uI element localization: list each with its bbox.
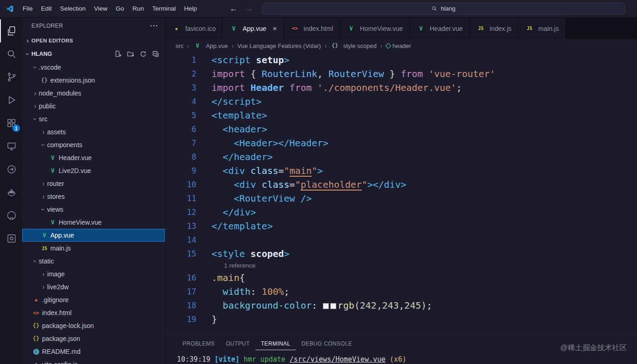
tab-header-vue[interactable]: VHeader.vue — [410, 18, 470, 39]
chevron-down-icon: › — [31, 257, 39, 265]
github-icon — [6, 210, 17, 221]
tree-item-node-modules[interactable]: ›node_modules — [22, 87, 165, 100]
tab-app-vue[interactable]: VApp.vue× — [223, 18, 284, 39]
tree-item-router[interactable]: ›router — [22, 177, 165, 190]
chevron-right-icon: › — [24, 37, 31, 44]
tree-item-gitignore[interactable]: ◆.gitignore — [22, 293, 165, 306]
file-label: views — [47, 206, 63, 213]
terminal-output[interactable]: 10:39:19 [vite] hmr update /src/views/Ho… — [177, 355, 637, 364]
more-actions-icon[interactable]: ··· — [150, 22, 158, 30]
chevron-right-icon: › — [40, 128, 47, 136]
code-line: 13</template> — [165, 219, 637, 233]
tab-label: App.vue — [243, 25, 266, 32]
tree-item-homeview-vue[interactable]: VHomeView.vue — [22, 216, 165, 229]
docker-activity-button[interactable] — [0, 181, 22, 204]
tree-item-static[interactable]: ›static — [22, 255, 165, 268]
file-label: image — [47, 270, 65, 278]
color-swatch[interactable] — [330, 303, 336, 309]
tab-favicon-ico[interactable]: ★favicon.ico — [165, 18, 223, 39]
tree-item-live2dw[interactable]: ›live2dw — [22, 280, 165, 293]
panel-tab-terminal[interactable]: TERMINAL — [255, 339, 296, 350]
codelens-references[interactable]: 1 reference — [224, 261, 637, 271]
tree-item-main-js[interactable]: JSmain.js — [22, 242, 165, 255]
open-editors-section[interactable]: › OPEN EDITORS — [22, 34, 165, 47]
close-icon[interactable]: × — [273, 24, 277, 32]
panel-tab-output[interactable]: OUTPUT — [220, 339, 255, 350]
github-activity-button[interactable] — [0, 204, 22, 227]
tree-item-assets[interactable]: ›assets — [22, 125, 165, 138]
tree-item-header-vue[interactable]: VHeader.vue — [22, 151, 165, 164]
forward-arrow-icon[interactable]: → — [245, 4, 253, 13]
remote-explorer-activity-button[interactable] — [0, 135, 22, 158]
code-editor[interactable]: 1<script setup>2import { RouterLink, Rou… — [165, 52, 637, 334]
tree-item-extensions-json[interactable]: {}extensions.json — [22, 74, 165, 87]
tree-item-index-html[interactable]: <>index.html — [22, 306, 165, 319]
command-center-search[interactable]: hlang — [262, 3, 625, 15]
code-text: <RouterView /> — [212, 193, 312, 204]
tree-item-components[interactable]: ›components — [22, 138, 165, 151]
menu-selection[interactable]: Selection — [56, 3, 90, 15]
tree-item-vscode[interactable]: ›.vscode — [22, 61, 165, 74]
tree-item-package-lock-json[interactable]: {}package-lock.json — [22, 319, 165, 332]
menu-help[interactable]: Help — [180, 3, 201, 15]
source-control-icon — [6, 72, 17, 83]
menu-file[interactable]: File — [18, 3, 37, 15]
tab-homeview-vue[interactable]: VHomeView.vue — [340, 18, 410, 39]
source-control-activity-button[interactable] — [0, 66, 22, 89]
activity-bar: 1 — [0, 18, 22, 364]
line-number: 2 — [165, 69, 196, 78]
search-activity-button[interactable] — [0, 42, 22, 66]
breadcrumb-style-scoped[interactable]: {}style scoped — [330, 42, 376, 49]
tree-item-package-json[interactable]: {}package.json — [22, 332, 165, 345]
new-folder-icon[interactable] — [127, 50, 134, 58]
tree-item-image[interactable]: ›image — [22, 268, 165, 280]
json-file-icon: {} — [31, 335, 41, 342]
tools-activity-button[interactable] — [0, 227, 22, 250]
chevron-separator-icon: › — [325, 42, 327, 49]
tree-item-src[interactable]: ›src — [22, 113, 165, 125]
tab-index-html[interactable]: <>index.html — [284, 18, 340, 39]
extensions-activity-button[interactable]: 1 — [0, 112, 22, 135]
tree-item-public[interactable]: ›public — [22, 100, 165, 113]
breadcrumb-app-vue[interactable]: VApp.vue — [193, 42, 228, 49]
explorer-activity-button[interactable] — [0, 19, 22, 42]
menu-go[interactable]: Go — [112, 3, 128, 15]
panel-tab-debug-console[interactable]: DEBUG CONSOLE — [296, 339, 358, 350]
file-label: .vscode — [39, 64, 61, 71]
live-share-activity-button[interactable] — [0, 158, 22, 181]
breadcrumb-label: Vue Language Features (Volar) — [237, 42, 321, 49]
panel-tab-problems[interactable]: PROBLEMS — [177, 339, 220, 350]
tree-item-app-vue[interactable]: VApp.vue — [22, 229, 165, 242]
tree-item-views[interactable]: ›views — [22, 203, 165, 216]
tree-item-live2d-vue[interactable]: VLive2D.vue — [22, 164, 165, 177]
color-swatch[interactable] — [323, 303, 329, 309]
breadcrumb-src[interactable]: src — [176, 42, 183, 49]
config-file-icon: ⚙ — [31, 361, 41, 364]
file-tree: ›.vscode{}extensions.json›node_modules›p… — [22, 61, 165, 364]
tab-index-js[interactable]: JSindex.js — [470, 18, 518, 39]
file-label: package.json — [42, 335, 80, 342]
tree-item-readme-md[interactable]: iREADME.md — [22, 345, 165, 358]
project-name-label: HLANG — [31, 51, 52, 57]
project-section-header[interactable]: › HLANG — [22, 47, 165, 61]
new-file-icon[interactable] — [115, 50, 122, 58]
menu-terminal[interactable]: Terminal — [148, 3, 180, 15]
chevron-down-icon: › — [31, 64, 39, 71]
back-arrow-icon[interactable]: ← — [230, 4, 237, 13]
menu-view[interactable]: View — [90, 3, 112, 15]
refresh-icon[interactable] — [140, 50, 147, 58]
collapse-folders-icon[interactable] — [152, 50, 159, 58]
tab-label: favicon.ico — [185, 25, 216, 32]
menu-run[interactable]: Run — [128, 3, 148, 15]
html-file-icon: <> — [290, 25, 299, 31]
code-line: 19} — [165, 312, 637, 326]
code-line: 5<template> — [165, 108, 637, 122]
tab-main-js[interactable]: JSmain.js — [518, 18, 565, 39]
run-debug-activity-button[interactable] — [0, 89, 22, 112]
menu-edit[interactable]: Edit — [37, 3, 56, 15]
breadcrumb-vue-language-features-volar[interactable]: Vue Language Features (Volar) — [237, 42, 321, 49]
tree-item-stores[interactable]: ›stores — [22, 190, 165, 203]
code-line: 10 <div class="placeholder"></div> — [165, 178, 637, 191]
breadcrumb-header[interactable]: header — [386, 42, 411, 49]
tree-item-vite-config-js[interactable]: ⚙vite.config.js — [22, 358, 165, 364]
